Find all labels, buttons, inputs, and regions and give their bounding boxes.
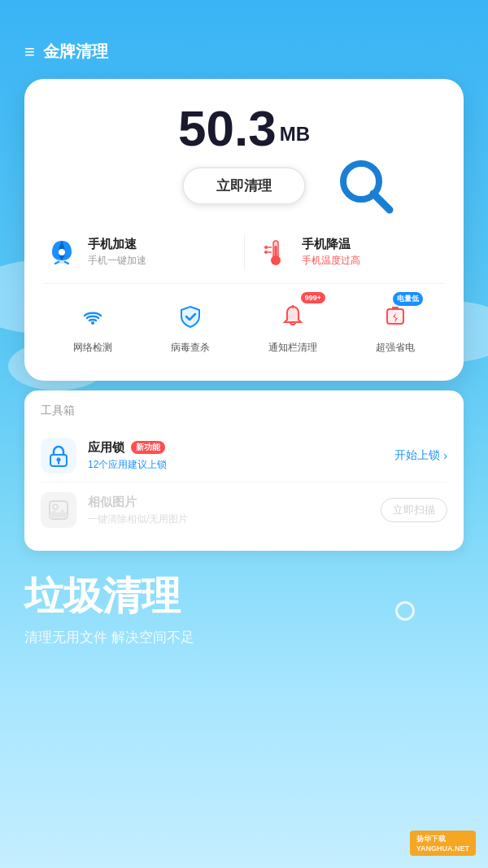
feature-phone-boost[interactable]: 手机加速 手机一键加速 xyxy=(44,234,245,270)
boost-text: 手机加速 手机一键加速 xyxy=(88,237,146,268)
app-title: 金牌清理 xyxy=(43,41,108,63)
watermark-line2: YANGHUA.NET xyxy=(416,844,469,853)
svg-point-5 xyxy=(59,249,65,255)
shield-icon xyxy=(171,297,210,336)
app-lock-subtitle: 12个应用建议上锁 xyxy=(88,458,394,472)
photo-icon xyxy=(41,492,76,528)
cool-text: 手机降温 手机温度过高 xyxy=(302,237,360,268)
app-lock-title: 应用锁 xyxy=(88,440,124,456)
icon-battery[interactable]: 电量低 超强省电 xyxy=(376,297,415,355)
icon-grid: 网络检测 病毒查杀 999+ 通知栏清理 xyxy=(44,284,444,361)
size-number: 50.3 xyxy=(178,103,277,154)
svg-point-3 xyxy=(355,175,368,188)
feature-row-main: 手机加速 手机一键加速 手机降温 手机温度过高 xyxy=(44,221,444,284)
photo-title: 相似图片 xyxy=(88,495,381,510)
cool-icon xyxy=(258,234,294,270)
svg-line-6 xyxy=(55,262,59,264)
svg-point-13 xyxy=(264,251,268,254)
menu-icon[interactable]: ≡ xyxy=(24,41,35,63)
icon-notification[interactable]: 999+ 通知栏清理 xyxy=(268,297,317,355)
scan-button[interactable]: 立即扫描 xyxy=(381,498,447,522)
svg-point-23 xyxy=(53,504,58,509)
new-tag: 新功能 xyxy=(131,441,165,454)
app-lock-info: 应用锁 新功能 12个应用建议上锁 xyxy=(88,440,394,472)
photo-subtitle: 一键清除相似/无用图片 xyxy=(88,513,381,526)
size-display: 50.3MB xyxy=(44,103,444,154)
app-lock-action[interactable]: 开始上锁 › xyxy=(394,448,447,463)
battery-label: 超强省电 xyxy=(376,341,415,355)
svg-point-15 xyxy=(91,321,94,325)
toolbox-title: 工具箱 xyxy=(41,403,447,418)
magnifier-icon xyxy=(338,159,395,216)
toolbox-section: 工具箱 应用锁 新功能 12个应用建议上锁 开始上锁 › xyxy=(24,390,464,551)
header: ≡ 金牌清理 xyxy=(0,0,488,79)
virus-label: 病毒查杀 xyxy=(171,341,210,355)
notification-label: 通知栏清理 xyxy=(268,341,317,355)
svg-point-11 xyxy=(264,246,268,249)
size-unit: MB xyxy=(280,123,310,145)
photo-info: 相似图片 一键清除相似/无用图片 xyxy=(88,495,381,526)
svg-line-2 xyxy=(373,194,390,210)
feature-phone-cool[interactable]: 手机降温 手机温度过高 xyxy=(258,234,445,270)
svg-rect-18 xyxy=(392,307,399,310)
network-label: 网络检测 xyxy=(73,341,112,355)
icon-network[interactable]: 网络检测 xyxy=(73,297,112,355)
clean-button[interactable]: 立即清理 xyxy=(182,167,306,205)
clean-button-wrap: 立即清理 xyxy=(44,167,444,205)
bottom-section: 垃圾清理 清理无用文件 解决空间不足 xyxy=(0,551,488,663)
lock-icon xyxy=(41,438,76,473)
watermark: 扬华下载 YANGHUA.NET xyxy=(410,831,476,856)
watermark-line1: 扬华下载 xyxy=(416,834,469,844)
svg-line-7 xyxy=(65,262,68,264)
notification-badge: 999+ xyxy=(301,292,325,303)
dot-decoration xyxy=(395,601,415,621)
toolbox-similar-photos[interactable]: 相似图片 一键清除相似/无用图片 立即扫描 xyxy=(41,482,447,538)
main-card: 50.3MB 立即清理 xyxy=(24,79,464,381)
boost-icon xyxy=(44,234,80,270)
toolbox-app-lock[interactable]: 应用锁 新功能 12个应用建议上锁 开始上锁 › xyxy=(41,430,447,482)
battery-badge: 电量低 xyxy=(393,292,423,306)
subtitle: 清理无用文件 解决空间不足 xyxy=(24,628,464,647)
network-icon xyxy=(73,297,112,336)
svg-rect-10 xyxy=(274,246,277,259)
icon-virus[interactable]: 病毒查杀 xyxy=(171,297,210,355)
